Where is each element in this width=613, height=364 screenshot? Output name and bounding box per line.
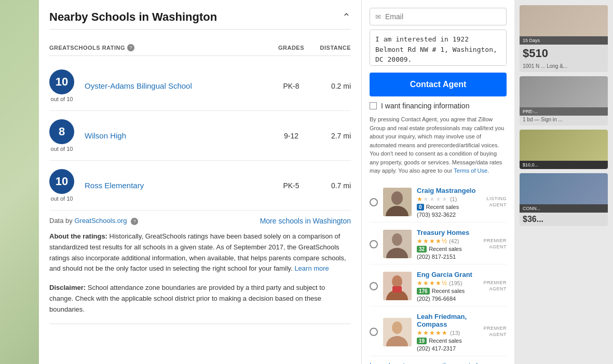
scroll-item-4: CONN... $36... [520,173,608,226]
agent-row: Treasury Homes ★★★★½ (42) 32 Recent sale… [370,225,507,264]
agent-name-2[interactable]: Treasury Homes [417,229,478,236]
school-row: 10 out of 10 Ross Elementary PK-5 0.7 mi [49,161,351,211]
scroll-item-image-3 [520,130,608,161]
collapse-icon[interactable]: ⌃ [342,11,351,23]
school-row: 8 out of 10 Wilson High 9-12 2.7 mi [49,111,351,161]
scroll-item-price-1: $510 [520,45,608,62]
scroll-item-price-4: $36... [520,213,608,226]
agent-radio-1[interactable] [370,198,378,206]
terms-link[interactable]: Terms of Use. [454,167,489,174]
school-info-1: Oyster-Adams Bilingual School [85,81,273,90]
school-name-3[interactable]: Ross Elementary [85,181,144,190]
school-distance-3: 0.7 mi [309,181,351,190]
financing-checkbox[interactable] [370,102,377,109]
agent-stars-1: ★★★★★ (1) [417,194,481,203]
data-source-row: Data by GreatSchools.org ? More schools … [49,211,351,231]
agent-sales-2: 32 Recent sales [417,246,478,253]
agent-stars-4: ★★★★★ (13) [417,328,478,337]
rating-help-icon[interactable]: ? [127,44,134,51]
agent-row: Craig Mastrangelo ★★★★★ (1) 0 Recent sal… [370,183,507,222]
agent-sales-1: 0 Recent sales [417,204,481,211]
svg-point-11 [392,321,402,334]
school-distance-2: 2.7 mi [309,132,351,140]
sales-badge-4: 19 [417,338,427,344]
agent-radio-3[interactable] [370,282,378,290]
school-grades-2: 9-12 [273,132,309,140]
map-image [0,0,39,364]
agent-phone-4: (202) 417-2317 [417,345,478,352]
email-field[interactable] [385,12,501,21]
table-header: GREATSCHOOLS RATING ? GRADES DISTANCE [49,40,351,56]
data-source-prefix: Data by [49,217,73,225]
agent-photo-4 [383,318,412,346]
school-grades-3: PK-5 [273,181,309,190]
disclaimer-text: Disclaimer: School attendance zone bound… [49,283,351,315]
agent-phone-3: (202) 796-6684 [417,296,478,302]
agent-photo-2 [383,230,412,258]
scroll-item-2: PRE-... 1 bd — Sign in ... [520,76,608,125]
agent-details-1: Craig Mastrangelo ★★★★★ (1) 0 Recent sal… [417,187,481,218]
source-help-icon[interactable]: ? [131,218,138,225]
school-score-1: 10 out of 10 [49,69,74,102]
scroll-item-image-2 [520,76,608,107]
score-circle-1: 10 [49,69,74,94]
agent-review-count-3: (195) [449,280,462,286]
school-score-3: 10 out of 10 [49,169,74,202]
school-row: 10 out of 10 Oyster-Adams Bilingual Scho… [49,61,351,111]
scroll-item-1: 15 Days $510 1001 N ... Long &... [520,5,608,72]
school-info-2: Wilson High [85,131,273,140]
disclaimer-label: Disclaimer: [49,284,86,291]
scroll-item-badge-1: 15 Days [520,36,608,45]
schools-section: Nearby Schools in Washington ⌃ GREATSCHO… [39,0,361,364]
email-icon: ✉ [375,13,381,21]
financing-row: I want financing information [370,102,507,110]
svg-point-4 [392,233,402,246]
learn-appear-link[interactable]: Learn how to appear as the agent above [370,361,507,365]
agent-review-count-2: (42) [449,238,459,244]
agent-radio-4[interactable] [370,328,378,336]
agent-phone-2: (202) 817-2151 [417,254,478,260]
svg-rect-9 [392,286,402,292]
terms-text: By pressing Contact Agent, you agree tha… [370,115,507,175]
email-input-wrapper[interactable]: ✉ [370,8,507,25]
financing-label: I want financing information [381,102,469,110]
scroll-item-badge-4: CONN... [520,204,608,213]
contact-agent-button[interactable]: Contact Agent [370,73,507,96]
school-distance-1: 0.2 mi [309,82,351,90]
more-schools-link[interactable]: More schools in Washington [260,217,351,225]
score-label-2: out of 10 [51,146,73,152]
agent-details-2: Treasury Homes ★★★★½ (42) 32 Recent sale… [417,229,478,260]
agent-type-2: PREMIERAGENT [483,238,507,250]
score-label-1: out of 10 [51,96,73,102]
school-grades-1: PK-8 [273,82,309,90]
scroll-item-image-4 [520,173,608,204]
score-label-3: out of 10 [51,195,73,202]
svg-point-7 [392,275,402,288]
agent-details-4: Leah Friedman, Compass ★★★★★ (13) 19 Rec… [417,313,478,352]
agent-stars-3: ★★★★½ (195) [417,278,478,287]
school-name-1[interactable]: Oyster-Adams Bilingual School [85,81,192,90]
terms-body: By pressing Contact Agent, you agree tha… [370,116,504,174]
page-title: Nearby Schools in Washington [49,10,217,24]
section-header: Nearby Schools in Washington ⌃ [49,10,351,30]
agent-sales-4: 19 Recent sales [417,338,478,344]
sales-badge-1: 0 [417,204,424,211]
message-textarea[interactable] [370,30,507,66]
agent-row: Eng Garcia Grant ★★★★½ (195) 176 Recent … [370,267,507,306]
score-circle-2: 8 [49,119,74,144]
about-label: About the ratings: [49,232,107,240]
scroll-item-detail-1: 1001 N ... Long &... [520,62,608,72]
school-info-3: Ross Elementary [85,181,273,190]
agent-type-1: LISTINGAGENT [486,196,507,208]
agent-name-3[interactable]: Eng Garcia Grant [417,271,478,278]
agent-type-4: PREMIERAGENT [483,326,507,338]
agent-type-3: PREMIERAGENT [483,280,507,292]
agent-radio-2[interactable] [370,240,378,248]
scroll-item-detail-2: 1 bd — Sign in ... [520,116,608,125]
school-name-2[interactable]: Wilson High [85,131,126,140]
learn-more-link[interactable]: Learn more [294,264,329,272]
agent-sales-3: 176 Recent sales [417,288,478,295]
agent-name-4[interactable]: Leah Friedman, Compass [417,313,478,328]
agent-name-1[interactable]: Craig Mastrangelo [417,187,481,194]
greatschools-link[interactable]: GreatSchools.org [74,217,127,225]
